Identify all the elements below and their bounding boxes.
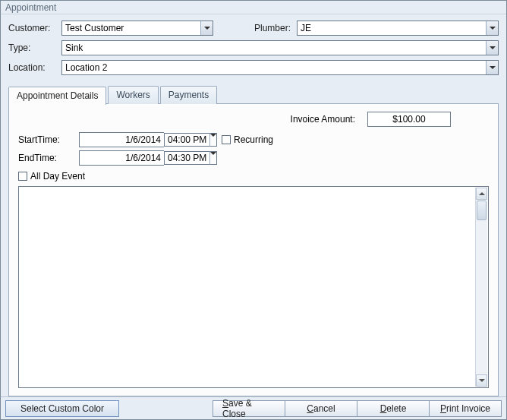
recurring-checkbox[interactable] [222, 135, 231, 144]
chevron-down-icon [490, 27, 496, 30]
chevron-down-icon [210, 152, 216, 155]
plumber-dropdown-button[interactable] [486, 21, 498, 35]
type-label: Type: [8, 43, 61, 53]
end-time-dropdown-button[interactable] [209, 151, 217, 165]
all-day-label: All Day Event [30, 171, 85, 182]
footer-button-group: Save & Close Cancel Delete Print Invoice [213, 400, 502, 417]
plumber-label: Plumber: [236, 23, 297, 33]
select-custom-color-button[interactable]: Select Custom Color [5, 400, 119, 417]
start-date-field[interactable] [79, 132, 164, 147]
footer-bar: Select Custom Color Save & Close Cancel … [1, 396, 506, 419]
end-time-combo[interactable] [164, 151, 217, 165]
end-time-label: EndTime: [18, 153, 79, 163]
tab-workers[interactable]: Workers [108, 86, 158, 104]
end-date-field[interactable] [79, 150, 164, 166]
customer-combo[interactable] [61, 21, 213, 36]
chevron-down-icon [490, 66, 496, 69]
print-invoice-button[interactable]: Print Invoice [429, 400, 502, 417]
notes-textarea[interactable] [18, 186, 489, 388]
cancel-button[interactable]: Cancel [285, 400, 357, 417]
appointment-window: Appointment Customer: Plumber: Type: Loc… [0, 0, 507, 420]
customer-dropdown-button[interactable] [200, 21, 213, 35]
scroll-up-button[interactable] [476, 188, 487, 200]
window-title: Appointment [1, 1, 506, 14]
type-combo[interactable] [61, 40, 499, 55]
scroll-thumb[interactable] [477, 201, 487, 220]
all-day-checkbox[interactable] [18, 172, 27, 181]
invoice-amount-field[interactable]: $100.00 [367, 112, 451, 127]
location-combo[interactable] [61, 60, 499, 75]
chevron-down-icon [479, 379, 485, 382]
end-time-field[interactable] [164, 151, 209, 165]
tab-panel-details: Invoice Amount: $100.00 StartTime: Recur… [8, 103, 499, 396]
scroll-down-button[interactable] [476, 374, 487, 387]
chevron-down-icon [210, 134, 216, 137]
customer-input[interactable] [62, 21, 200, 35]
chevron-down-icon [490, 46, 496, 49]
location-input[interactable] [62, 61, 486, 74]
location-label: Location: [8, 62, 61, 73]
plumber-combo[interactable] [297, 21, 499, 36]
chevron-up-icon [479, 192, 485, 195]
tab-payments[interactable]: Payments [160, 86, 217, 104]
recurring-label: Recurring [234, 134, 273, 145]
invoice-amount-label: Invoice Amount: [291, 114, 355, 125]
tab-appointment-details[interactable]: Appointment Details [8, 87, 106, 105]
type-dropdown-button[interactable] [486, 41, 498, 55]
customer-label: Customer: [8, 23, 61, 33]
plumber-input[interactable] [298, 21, 486, 35]
delete-button[interactable]: Delete [357, 400, 430, 417]
start-time-combo[interactable] [164, 133, 217, 147]
notes-scrollbar[interactable] [475, 188, 487, 387]
tab-strip: Appointment Details Workers Payments [8, 86, 499, 104]
header-area: Customer: Plumber: Type: Location: [1, 14, 506, 81]
start-time-label: StartTime: [18, 134, 79, 145]
tabs-container: Appointment Details Workers Payments Inv… [8, 86, 499, 396]
chevron-down-icon [204, 27, 210, 30]
type-input[interactable] [62, 41, 486, 55]
save-close-button[interactable]: Save & Close [213, 400, 285, 417]
start-time-field[interactable] [164, 133, 209, 147]
start-time-dropdown-button[interactable] [209, 133, 217, 147]
location-dropdown-button[interactable] [486, 61, 498, 74]
